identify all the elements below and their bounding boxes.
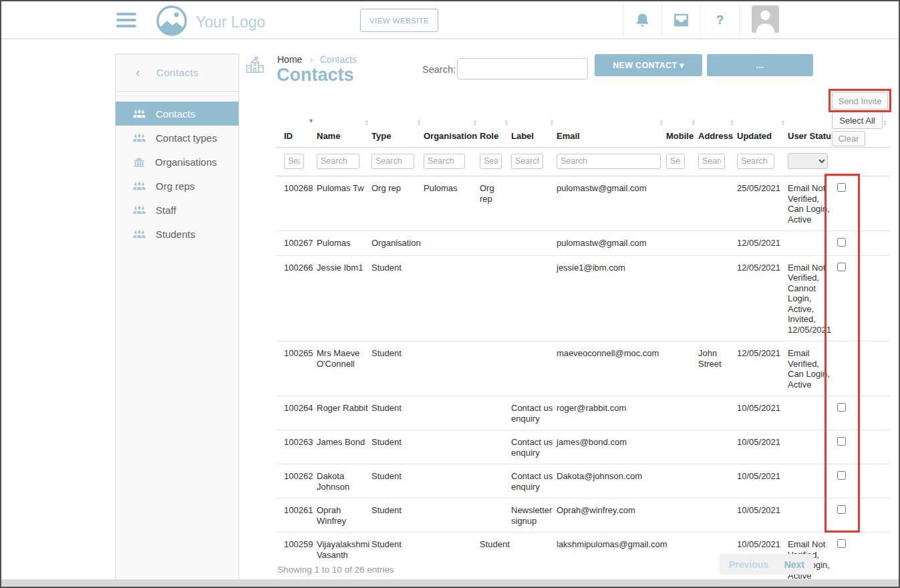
cell-email: maeveoconnell@moc.com — [557, 341, 666, 396]
chevron-left-icon[interactable]: ‹ — [136, 65, 140, 80]
breadcrumb-current[interactable]: Contacts — [320, 54, 357, 65]
filter-cell-id — [277, 148, 317, 176]
sort-both-icon[interactable]: ▲▼ — [659, 119, 663, 126]
sort-both-icon[interactable]: ▲▼ — [781, 119, 785, 126]
clear-selection-button[interactable]: Clear — [832, 131, 865, 146]
sidebar-item-contacts[interactable]: Contacts — [116, 102, 239, 126]
cell-organisation — [424, 341, 480, 396]
global-search-input[interactable] — [457, 58, 588, 80]
sidebar-item-org-reps[interactable]: Org reps — [116, 174, 239, 198]
cell-type: Student — [371, 341, 424, 396]
cell-role — [480, 498, 511, 533]
sort-both-icon[interactable]: ▲▼ — [417, 119, 421, 126]
sort-desc-icon[interactable]: ▼ — [308, 118, 314, 124]
cell-role — [480, 430, 511, 464]
column-header-role: Role — [480, 127, 511, 148]
cell-organisation — [424, 430, 480, 464]
help-icon[interactable]: ? — [700, 1, 739, 39]
filter-mobile-input[interactable] — [666, 154, 685, 169]
filter-label-input[interactable] — [511, 154, 543, 169]
contacts-table: ▼▲▼▲▼▲▼▲▼▲▼▲▼▲▼▲▼▲▼▲▼IDNameTypeOrganisat… — [277, 112, 890, 587]
cell-organisation — [424, 464, 480, 498]
row-select-checkbox[interactable] — [837, 403, 846, 412]
cell-updated: 10/05/2021 — [737, 464, 788, 498]
sort-both-icon[interactable]: ▲▼ — [504, 119, 508, 126]
filter-role-input[interactable] — [480, 154, 502, 169]
column-header-updated: Updated — [737, 127, 788, 148]
cell-mobile — [666, 176, 698, 231]
next-page-button[interactable]: Next — [784, 559, 804, 570]
cell-mobile — [666, 498, 698, 533]
cell-id: 100261 — [277, 498, 317, 533]
cell-name: Roger Rabbit — [317, 396, 371, 430]
sort-cell-label: ▲▼ — [511, 112, 557, 127]
column-header-address: Address — [698, 127, 737, 148]
row-select-checkbox[interactable] — [837, 471, 846, 480]
sort-both-icon[interactable]: ▲▼ — [365, 119, 369, 126]
sidebar-item-organisations[interactable]: Organisations — [116, 150, 239, 174]
previous-page-button[interactable]: Previous — [729, 559, 768, 570]
new-contact-button[interactable]: NEW CONTACT ▾ — [595, 54, 702, 76]
row-select-checkbox[interactable] — [837, 238, 846, 247]
filter-cell-checkbox — [836, 148, 890, 176]
row-select-checkbox[interactable] — [837, 539, 846, 548]
inbox-tray-icon[interactable] — [661, 1, 700, 39]
filter-cell-user_status — [788, 148, 836, 176]
filter-name-input[interactable] — [317, 154, 359, 169]
cell-label — [511, 176, 557, 231]
send-invite-button[interactable]: Send Invite — [832, 92, 888, 110]
select-all-button[interactable]: Select All — [832, 112, 883, 129]
filter-organisation-input[interactable] — [424, 154, 465, 169]
column-header-name: Name — [317, 127, 371, 148]
cell-address: John Street — [698, 341, 737, 396]
cell-name: Dakota Johnson — [317, 464, 371, 498]
view-website-button[interactable]: VIEW WEBSITE — [360, 9, 438, 32]
filter-user_status-select[interactable] — [788, 153, 828, 169]
filter-cell-organisation — [424, 148, 480, 176]
cell-role — [480, 341, 511, 396]
sidebar-item-staff[interactable]: Staff — [116, 198, 239, 222]
filter-email-input[interactable] — [557, 154, 661, 169]
filter-id-input[interactable] — [284, 154, 304, 169]
cell-role: Org rep — [480, 176, 511, 231]
sort-both-icon[interactable]: ▲▼ — [730, 119, 734, 126]
row-select-checkbox[interactable] — [837, 183, 846, 192]
breadcrumb-home-link[interactable]: Home — [277, 54, 302, 65]
row-select-checkbox[interactable] — [837, 505, 846, 514]
cell-label — [511, 255, 557, 341]
school-building-icon[interactable] — [246, 56, 264, 76]
bottom-bar — [1, 579, 899, 587]
row-select-checkbox[interactable] — [837, 437, 846, 446]
row-select-checkbox[interactable] — [837, 263, 846, 271]
cell-name: Pulomas — [317, 231, 371, 256]
cell-organisation — [424, 498, 480, 533]
sidebar-item-students[interactable]: Students — [116, 222, 239, 246]
notifications-bell-icon[interactable] — [623, 1, 661, 39]
cell-role — [480, 255, 511, 341]
column-header-user_status: User Status — [788, 127, 836, 148]
sort-cell-address: ▲▼ — [698, 112, 737, 127]
cell-address — [698, 396, 737, 430]
cell-type: Org rep — [371, 176, 424, 231]
filter-address-input[interactable] — [698, 154, 725, 169]
cell-label: Contact us enquiry — [511, 430, 557, 464]
sort-both-icon[interactable]: ▲▼ — [550, 119, 554, 126]
sort-both-icon[interactable]: ▲▼ — [692, 119, 696, 126]
sidebar-item-contact-types[interactable]: Contact types — [116, 126, 239, 150]
column-header-type: Type — [371, 127, 424, 148]
user-avatar[interactable] — [752, 5, 779, 35]
hamburger-menu-icon[interactable] — [116, 13, 136, 29]
contacts-group-icon — [133, 109, 146, 119]
cell-updated: 10/05/2021 — [737, 396, 788, 430]
cell-type: Student — [371, 396, 424, 430]
cell-email: james@bond.com — [557, 430, 666, 464]
more-actions-button[interactable]: ... — [707, 54, 813, 76]
cell-email: pulomastw@gmail.com — [557, 231, 666, 256]
sort-cell-email: ▲▼ — [557, 112, 666, 127]
filter-type-input[interactable] — [371, 154, 414, 169]
sort-both-icon[interactable]: ▲▼ — [883, 119, 887, 126]
cell-address — [698, 464, 737, 498]
sort-both-icon[interactable]: ▲▼ — [473, 119, 477, 126]
sidebar-back-header[interactable]: ‹ Contacts — [116, 54, 239, 92]
filter-updated-input[interactable] — [737, 154, 774, 169]
